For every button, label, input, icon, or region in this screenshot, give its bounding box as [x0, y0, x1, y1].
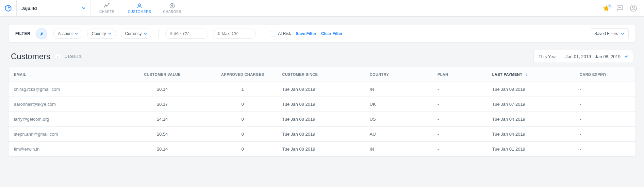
at-risk-toggle[interactable]: At Risk: [270, 31, 291, 36]
account-switch[interactable]: Jaju.ltd: [17, 0, 90, 16]
nav-tab-label: CHARTS: [99, 10, 114, 14]
table-row[interactable]: tim@erwin.in$0.140Tue Jan 08 2019IN-Tue …: [9, 142, 635, 157]
currency-symbol: $: [217, 31, 220, 36]
cell-customer-value: $4.14: [116, 112, 209, 127]
chat-icon[interactable]: [616, 4, 624, 12]
cell-approved-charges: 0: [209, 97, 277, 112]
cell-customer-since: Tue Jan 08 2019: [277, 82, 364, 97]
cell-country: AU: [364, 127, 432, 142]
cell-customer-value: $0.14: [116, 142, 209, 157]
dropdown-label: Currency: [125, 31, 142, 36]
min-cv-input[interactable]: $: [165, 29, 208, 39]
dropdown-label: Country: [92, 31, 106, 36]
save-filter-button[interactable]: Save Filter: [296, 31, 316, 36]
cell-plan: -: [432, 112, 487, 127]
cell-country: IN: [364, 82, 432, 97]
filter-currency-dropdown[interactable]: Currency: [121, 29, 152, 39]
account-name: Jaju.ltd: [21, 6, 37, 11]
filter-bar: FILTER Account Country Currency $ $: [8, 25, 636, 42]
cell-last-payment: Tue Jan 04 2019: [487, 127, 574, 142]
topbar: Jaju.ltd CHARTS CUSTOMERS CHARGES 3: [0, 0, 644, 17]
cell-customer-since: Tue Jan 08 2019: [277, 97, 364, 112]
chevron-down-icon: [625, 55, 628, 58]
cell-last-payment: Tue Jan 07 2019: [487, 97, 574, 112]
svg-point-8: [620, 7, 620, 7]
dropdown-label: Account: [58, 31, 72, 36]
table-row[interactable]: larry@getcom.org$4.140Tue Jan 08 2019US-…: [9, 112, 635, 127]
at-risk-label: At Risk: [278, 31, 291, 36]
svg-point-9: [621, 7, 621, 7]
checkbox-icon: [270, 31, 275, 36]
cell-card-expiry: -: [574, 82, 635, 97]
cell-plan: -: [432, 142, 487, 157]
clear-filter-button[interactable]: Clear Filter: [321, 31, 343, 36]
nav-tabs: CHARTS CUSTOMERS CHARGES: [90, 0, 188, 16]
profile-icon[interactable]: [630, 4, 637, 12]
chevron-down-icon: [108, 32, 112, 35]
cell-approved-charges: 0: [209, 127, 277, 142]
chevron-down-icon: [82, 6, 85, 10]
paypal-icon: [39, 31, 44, 36]
cell-email: tim@erwin.in: [9, 142, 116, 157]
customers-table: EMAIL CUSTOMER VALUE APPROVED CHARGES CU…: [8, 67, 636, 157]
chevron-down-icon: [75, 32, 78, 35]
col-customer-value[interactable]: CUSTOMER VALUE: [116, 67, 209, 82]
col-plan[interactable]: PLAN: [432, 67, 487, 82]
table-header-row: EMAIL CUSTOMER VALUE APPROVED CHARGES CU…: [9, 67, 635, 82]
page-title: Customers: [11, 52, 50, 61]
table-row[interactable]: steph.ann@gmail.com$0.540Tue Jan 08 2019…: [9, 127, 635, 142]
payment-provider-paypal[interactable]: [36, 29, 47, 39]
cell-country: US: [364, 112, 432, 127]
col-customer-since[interactable]: CUSTOMER SINCE: [277, 67, 364, 82]
col-last-payment[interactable]: LAST PAYMENT ↓: [487, 67, 574, 82]
info-icon[interactable]: i: [54, 53, 61, 60]
date-range-value: Jan 01, 2019 - Jan 08, 2019: [565, 54, 621, 59]
nav-tab-customers[interactable]: CUSTOMERS: [123, 0, 156, 16]
date-range-preset: This Year: [539, 54, 557, 59]
cell-plan: -: [432, 127, 487, 142]
nav-tab-charts[interactable]: CHARTS: [90, 0, 123, 16]
nav-tab-charges[interactable]: CHARGES: [156, 0, 188, 16]
filter-bar-label: FILTER: [15, 31, 30, 36]
filter-country-dropdown[interactable]: Country: [87, 29, 116, 39]
svg-point-11: [632, 6, 634, 8]
cell-last-payment: Tue Jan 01 2019: [487, 142, 574, 157]
cell-email: aaronnair@skye.com: [9, 97, 116, 112]
currency-symbol: $: [170, 31, 172, 36]
max-cv-input[interactable]: $: [213, 29, 256, 39]
cell-customer-since: Tue Jan 08 2019: [277, 127, 364, 142]
max-cv-field[interactable]: [221, 31, 246, 36]
chevron-down-icon: [621, 32, 624, 35]
cell-customer-value: $0.17: [116, 97, 209, 112]
results-count: 1 Results: [65, 54, 82, 59]
cell-customer-since: Tue Jan 08 2019: [277, 112, 364, 127]
col-approved-charges[interactable]: APPROVED CHARGES: [209, 67, 277, 82]
date-range-picker[interactable]: This Year Jan 01, 2019 - Jan 08, 2019: [533, 50, 633, 63]
table-row[interactable]: aaronnair@skye.com$0.170Tue Jan 08 2019U…: [9, 97, 635, 112]
min-cv-field[interactable]: [174, 31, 198, 36]
saved-filters-dropdown[interactable]: Saved Filters: [590, 28, 629, 39]
favorites-count: 3: [607, 4, 612, 8]
svg-point-7: [619, 7, 619, 7]
separator: [561, 53, 561, 60]
filter-account-dropdown[interactable]: Account: [53, 29, 82, 39]
favorites-button[interactable]: 3: [602, 4, 610, 12]
cell-customer-value: $0.14: [116, 82, 209, 97]
table-row[interactable]: chirag.rcks@gmail.com$0.141Tue Jan 08 20…: [9, 82, 635, 97]
cell-country: UK: [364, 97, 432, 112]
svg-point-4: [138, 4, 141, 6]
cell-card-expiry: -: [574, 142, 635, 157]
col-card-expiry[interactable]: CARD EXPIRY: [574, 67, 635, 82]
col-email[interactable]: EMAIL: [9, 67, 116, 82]
cell-card-expiry: -: [574, 127, 635, 142]
cell-email: steph.ann@gmail.com: [9, 127, 116, 142]
cell-country: IN: [364, 142, 432, 157]
cell-last-payment: Tue Jan 04 2019: [487, 112, 574, 127]
sort-desc-icon: ↓: [526, 72, 528, 77]
cell-card-expiry: -: [574, 97, 635, 112]
separator: [263, 29, 263, 38]
cell-customer-since: Tue Jan 08 2019: [277, 142, 364, 157]
brand-logo[interactable]: [0, 0, 17, 16]
cell-last-payment: Tue Jan 08 2019: [487, 82, 574, 97]
col-country[interactable]: COUNTRY: [364, 67, 432, 82]
